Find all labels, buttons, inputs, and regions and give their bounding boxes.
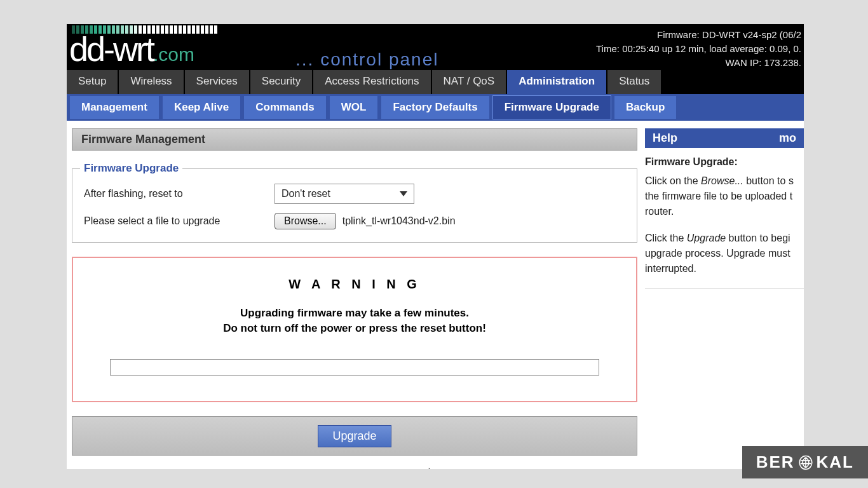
logo-suffix: .com (153, 44, 194, 65)
cursor-icon (426, 468, 440, 469)
subtab-factory-defaults[interactable]: Factory Defaults (381, 95, 489, 119)
tab-access-restrictions[interactable]: Access Restrictions (313, 70, 431, 94)
warning-title: W A R N I N G (105, 277, 604, 292)
warning-box: W A R N I N G Upgrading firmware may tak… (72, 257, 637, 402)
help-body: Firmware Upgrade: Click on the Browse...… (645, 148, 804, 288)
subtab-commands[interactable]: Commands (243, 95, 327, 119)
uptime-line: Time: 00:25:40 up 12 min, load average: … (596, 42, 801, 56)
warning-line-1: Upgrading firmware may take a few minute… (105, 306, 604, 321)
control-panel-dots: ... (295, 50, 314, 69)
selected-filename: tplink_tl-wr1043nd-v2.bin (342, 215, 456, 227)
subtab-keep-alive[interactable]: Keep Alive (162, 95, 241, 119)
main-column: Firmware Management Firmware Upgrade Aft… (72, 128, 637, 456)
help-title: Help (653, 132, 677, 145)
tab-services[interactable]: Services (185, 70, 250, 94)
chevron-down-icon (400, 191, 407, 196)
help-bar: Help mo (645, 128, 804, 148)
progress-bar (110, 359, 599, 376)
tab-wireless[interactable]: Wireless (119, 70, 184, 94)
file-row: Please select a file to upgrade Browse..… (84, 213, 625, 229)
reset-label: After flashing, reset to (84, 188, 275, 200)
control-panel-label: ... control panel (295, 50, 438, 70)
tab-administration[interactable]: Administration (507, 70, 607, 94)
logo-main: dd-wrt (69, 30, 153, 68)
tab-setup[interactable]: Setup (67, 70, 119, 94)
firmware-version: Firmware: DD-WRT v24-sp2 (06/2 (596, 28, 801, 42)
sub-tabs: Management Keep Alive Commands WOL Facto… (67, 94, 804, 121)
action-bar: Upgrade (72, 416, 637, 456)
help-divider (645, 288, 804, 288)
help-column: Help mo Firmware Upgrade: Click on the B… (645, 128, 804, 456)
upgrade-button[interactable]: Upgrade (318, 425, 391, 447)
reset-select-value: Don't reset (281, 188, 330, 200)
warning-line-2: Do not turn off the power or press the r… (105, 321, 604, 336)
fieldset-legend: Firmware Upgrade (80, 162, 182, 175)
tab-nat-qos[interactable]: NAT / QoS (432, 70, 508, 94)
reset-select[interactable]: Don't reset (275, 184, 414, 204)
watermark-icon (797, 454, 814, 471)
subtab-wol[interactable]: WOL (329, 95, 379, 119)
header: dd-wrt.com ... control panel Firmware: D… (67, 24, 804, 70)
header-status: Firmware: DD-WRT v24-sp2 (06/2 Time: 00:… (596, 28, 804, 70)
watermark: BER KAL (742, 446, 868, 478)
reset-row: After flashing, reset to Don't reset (84, 184, 625, 204)
browse-button[interactable]: Browse... (275, 213, 336, 229)
section-title: Firmware Management (72, 128, 637, 151)
help-para-2: Click the Upgrade button to begi upgrade… (645, 231, 804, 276)
subtab-backup[interactable]: Backup (614, 95, 677, 119)
wan-ip: WAN IP: 173.238. (596, 56, 801, 70)
tab-status[interactable]: Status (607, 70, 662, 94)
main-tabs: Setup Wireless Services Security Access … (67, 70, 804, 94)
tab-security[interactable]: Security (250, 70, 313, 94)
app-window: dd-wrt.com ... control panel Firmware: D… (67, 24, 804, 469)
subtab-management[interactable]: Management (69, 95, 159, 119)
warning-text: Upgrading firmware may take a few minute… (105, 306, 604, 336)
logo: dd-wrt.com (69, 29, 194, 69)
firmware-upgrade-fieldset: Firmware Upgrade After flashing, reset t… (72, 162, 637, 243)
help-para-1: Click on the Browse... button to s the f… (645, 173, 804, 219)
file-label: Please select a file to upgrade (84, 215, 275, 227)
content-area: Firmware Management Firmware Upgrade Aft… (67, 121, 804, 456)
help-heading: Firmware Upgrade: (645, 154, 804, 170)
control-panel-text: control panel (320, 50, 438, 69)
subtab-firmware-upgrade[interactable]: Firmware Upgrade (492, 95, 611, 119)
help-more-link[interactable]: mo (779, 132, 796, 145)
